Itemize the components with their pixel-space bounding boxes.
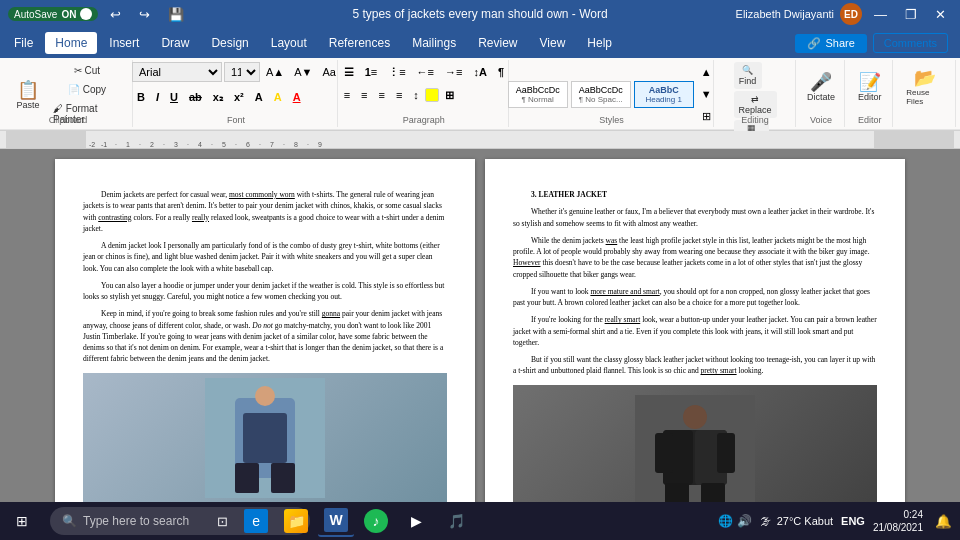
right-para-1: Whether it's genuine leather or faux, I'… [513,206,877,229]
minimize-button[interactable]: — [868,0,893,28]
search-placeholder: Type here to search [83,514,189,528]
styles-scroll-up[interactable]: ▲ [697,62,716,82]
multilevel-button[interactable]: ⋮≡ [383,62,410,82]
comments-button[interactable]: Comments [873,33,948,53]
italic-button[interactable]: I [151,87,164,107]
weather-icon: 🌫 [760,515,771,527]
autosave-label: AutoSave [14,9,57,20]
taskbar-music-button[interactable]: 🎵 [438,505,474,537]
dictate-button[interactable]: 🎤 Dictate [802,70,840,105]
line-spacing-button[interactable]: ↕ [408,85,424,105]
network-icon[interactable]: 🌐 [718,514,733,528]
taskbar-edge-button[interactable]: e [238,505,274,537]
style-normal[interactable]: AaBbCcDc ¶ Normal [508,81,568,108]
explorer-icon: 📁 [284,509,308,533]
editing-label: Editing [741,115,769,125]
clock-time: 0:24 [873,508,923,521]
text-effects-button[interactable]: A [250,87,268,107]
highlight-button[interactable]: A [269,87,287,107]
share-button[interactable]: 🔗 Share [795,34,866,53]
search-icon: 🔍 [62,514,77,528]
numbering-button[interactable]: 1≡ [360,62,383,82]
align-center-button[interactable]: ≡ [356,85,372,105]
reuse-files-button[interactable]: 📂 Reuse Files [901,66,949,109]
menu-layout[interactable]: Layout [261,32,317,54]
menu-insert[interactable]: Insert [99,32,149,54]
voice-group: 🎤 Dictate Voice [798,60,846,127]
menu-help[interactable]: Help [577,32,622,54]
undo-button[interactable]: ↩ [104,0,127,28]
styles-controls: AaBbCcDc ¶ Normal AaBbCcDc ¶ No Spac... … [508,62,716,138]
align-right-button[interactable]: ≡ [373,85,389,105]
menu-references[interactable]: References [319,32,400,54]
styles-more[interactable]: ⊞ [697,106,716,126]
font-size-select[interactable]: 11 [224,62,260,82]
close-button[interactable]: ✕ [929,0,952,28]
music-icon: 🎵 [444,509,468,533]
bullets-button[interactable]: ☰ [339,62,359,82]
borders-button[interactable]: ⊞ [440,85,459,105]
user-avatar[interactable]: ED [840,3,862,25]
taskbar-spotify-button[interactable]: ♪ [358,505,394,537]
styles-scroll-down[interactable]: ▼ [697,84,716,104]
volume-icon[interactable]: 🔊 [737,514,752,528]
restore-button[interactable]: ❐ [899,0,923,28]
menu-design[interactable]: Design [201,32,258,54]
style-no-spacing[interactable]: AaBbCcDc ¶ No Spac... [571,81,631,108]
font-color-button[interactable]: A [288,87,306,107]
subscript-button[interactable]: x₂ [208,87,228,107]
show-marks-button[interactable]: ¶ [493,62,509,82]
font-group: Arial 11 A▲ A▼ Aa B I U ab x₂ x² A [135,60,338,127]
notification-button[interactable]: 🔔 [931,505,956,537]
task-view-button[interactable]: ⊡ [211,505,234,537]
page-right[interactable]: 3. LEATHER JACKET Whether it's genuine l… [485,159,905,519]
clock[interactable]: 0:24 21/08/2021 [873,508,923,534]
start-button[interactable]: ⊞ [4,505,40,537]
taskbar-word-button[interactable]: W [318,505,354,537]
copy-button[interactable]: 📄 Copy [48,81,126,98]
redo-button[interactable]: ↪ [133,0,156,28]
clear-format-button[interactable]: Aa [318,62,339,82]
grow-font-button[interactable]: A▲ [262,62,288,82]
menu-draw[interactable]: Draw [151,32,199,54]
decrease-indent-button[interactable]: ←≡ [412,62,439,82]
replace-button[interactable]: ⇄ Replace [734,91,777,118]
menu-mailings[interactable]: Mailings [402,32,466,54]
strikethrough-button[interactable]: ab [184,87,207,107]
save-button[interactable]: 💾 [162,0,190,28]
bold-button[interactable]: B [132,87,150,107]
menu-view[interactable]: View [530,32,576,54]
person-image-svg [205,378,325,498]
language-badge[interactable]: ENG [841,515,865,527]
taskbar-explorer-button[interactable]: 📁 [278,505,314,537]
find-button[interactable]: 🔍 Find [734,62,762,89]
paragraph-group: ☰ 1≡ ⋮≡ ←≡ →≡ ↕A ¶ ≡ ≡ ≡ ≡ ↕ ⊞ [340,60,509,127]
justify-button[interactable]: ≡ [391,85,407,105]
menu-home[interactable]: Home [45,32,97,54]
shading-button[interactable] [425,88,439,102]
autosave-toggle[interactable]: AutoSave ON [8,7,98,21]
align-left-button[interactable]: ≡ [339,85,355,105]
font-family-select[interactable]: Arial [132,62,222,82]
menu-file[interactable]: File [4,32,43,54]
paste-button[interactable]: 📋 Paste [10,78,46,113]
left-para-1: Denim jackets are perfect for casual wea… [83,189,447,234]
sort-button[interactable]: ↕A [468,62,491,82]
editor-button[interactable]: 📝 Editor [852,70,888,105]
document-area[interactable]: Denim jackets are perfect for casual wea… [0,149,960,519]
style-heading1[interactable]: AaBbC Heading 1 [634,81,694,108]
search-bar[interactable]: 🔍 Type here to search [44,505,207,537]
menu-review[interactable]: Review [468,32,527,54]
left-page-image [83,373,447,503]
superscript-button[interactable]: x² [229,87,249,107]
cut-button[interactable]: ✂ Cut [48,62,126,79]
underline-button[interactable]: U [165,87,183,107]
ribbon-toolbar: 📋 Paste ✂ Cut 📄 Copy 🖌 Format Painter Cl… [0,58,960,130]
user-name: Elizabeth Dwijayanti [736,8,834,20]
taskbar-media-button[interactable]: ▶ [398,505,434,537]
media-icon: ▶ [404,509,428,533]
increase-indent-button[interactable]: →≡ [440,62,467,82]
shrink-font-button[interactable]: A▼ [290,62,316,82]
page-left[interactable]: Denim jackets are perfect for casual wea… [55,159,475,519]
right-para-4: If you're looking for the really smart l… [513,314,877,348]
